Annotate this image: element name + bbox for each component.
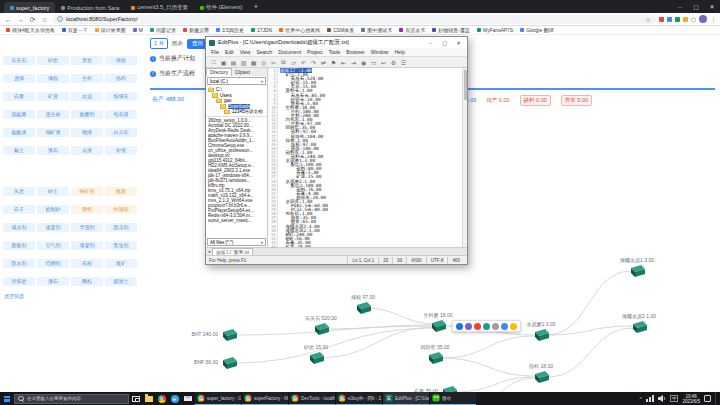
file-filter-select[interactable]: All files (*.*)	[207, 238, 266, 246]
bookmark-item[interactable]: 百济水卡	[399, 27, 425, 33]
quick-app-icon[interactable]	[501, 323, 508, 330]
print-icon[interactable]: ▦	[249, 58, 258, 67]
bookmark-item[interactable]: 新搬运费	[183, 27, 209, 33]
open-icon[interactable]: ▣	[219, 58, 228, 67]
flow-node[interactable]: 海螺水泥2 1.00	[630, 320, 648, 334]
bookmark-star-icon[interactable]	[645, 16, 650, 23]
menu-icon[interactable]: ☰	[399, 58, 408, 67]
quick-app-icon[interactable]	[510, 323, 517, 330]
file-explorer-icon[interactable]	[142, 392, 155, 405]
taskbar-window-button[interactable]: EditPlus - [C:\Use...	[382, 392, 429, 405]
flow-node[interactable]: 生料磨 18.00	[429, 319, 447, 333]
editor-scrollbar[interactable]	[462, 68, 467, 247]
taskbar-window-button[interactable]: superFactory - M...	[241, 392, 288, 405]
taskbar-window-button[interactable]: super_factory - Go...	[194, 392, 241, 405]
menu-item[interactable]: Search	[256, 49, 272, 55]
bookmark-item[interactable]: Google 翻译	[520, 27, 554, 33]
minimize-icon[interactable]	[672, 0, 688, 13]
taskbar-window-button[interactable]: DevTools - localh...	[288, 392, 335, 405]
editor-area[interactable]: 1234567891011121314151617181920212223242…	[268, 68, 467, 247]
extension-icon[interactable]	[667, 17, 672, 22]
maximize-icon[interactable]	[688, 0, 704, 13]
network-icon[interactable]	[646, 395, 654, 402]
menu-item[interactable]: Help	[394, 49, 404, 55]
close-icon[interactable]	[453, 38, 464, 47]
menu-item[interactable]: Document	[278, 49, 301, 55]
extension-icon[interactable]	[659, 17, 664, 22]
home-icon[interactable]: ⌂	[40, 13, 49, 26]
save-all-icon[interactable]: ▥	[239, 58, 248, 67]
taskbar-window-button[interactable]: 微信	[429, 392, 476, 405]
bookmark-item[interactable]: 设计效果图	[95, 27, 126, 33]
cut-icon[interactable]: ✂	[269, 58, 278, 67]
flow-node[interactable]: 熟料 18.00	[532, 370, 550, 384]
quick-app-icon[interactable]	[465, 323, 472, 330]
mail-icon[interactable]	[181, 392, 194, 405]
bookmark-item[interactable]: 世界中心仿真线	[279, 27, 320, 33]
document-tab[interactable]: 超级工厂配置.txt	[212, 248, 253, 255]
maximize-icon[interactable]	[439, 38, 450, 47]
taskbar-clock[interactable]: 10:46 2023/6/5	[682, 394, 700, 404]
editplus-title-bar[interactable]: EditPlus - [C:\Users\gao\Downloads\超级工厂配…	[206, 37, 467, 48]
flow-node[interactable]: 砂岩 15.00	[307, 351, 325, 365]
flow-node[interactable]: 回转窑 35.00	[426, 351, 444, 365]
code-text[interactable]: 超级工厂:1.00 矿山:1.00 石灰石:520.00 砂岩:15.00 页岩…	[278, 68, 462, 247]
bookmark-item[interactable]: 问题记录	[150, 27, 176, 33]
redo-icon[interactable]: ↷	[309, 58, 318, 67]
bookmark-item[interactable]: 图中测试卡	[361, 27, 392, 33]
browser-menu-icon[interactable]	[710, 16, 716, 23]
bookmark-item[interactable]: 百度一下	[62, 27, 88, 33]
sidebar-tab[interactable]: Cliptext	[232, 68, 253, 76]
taskbar-window-button[interactable]: e3toy的 - 阿b - 2...	[335, 392, 382, 405]
start-button[interactable]	[0, 392, 14, 405]
copy-icon[interactable]: ⧉	[279, 58, 288, 67]
close-icon[interactable]	[704, 0, 720, 13]
ime-indicator[interactable]: 中	[670, 395, 679, 402]
menu-item[interactable]: Window	[371, 49, 389, 55]
window-icon[interactable]: ▭	[369, 58, 378, 67]
task-view-icon[interactable]	[129, 392, 142, 405]
address-bar[interactable]: localhost:8080/SuperFactory/	[52, 15, 656, 24]
flow-node[interactable]: 海螺水泥1 3.00	[628, 264, 646, 278]
flow-node[interactable]: BNF 56.00	[220, 356, 238, 370]
minimize-icon[interactable]	[425, 38, 436, 47]
bookmark-item[interactable]: 好物销售-覆盖	[432, 27, 470, 33]
replace-icon[interactable]: ⇄	[319, 58, 328, 67]
save-icon[interactable]: ▤	[229, 58, 238, 67]
new-tab-button[interactable]	[248, 0, 263, 13]
back-icon[interactable]: ←	[4, 13, 13, 26]
menu-item[interactable]: Browser	[346, 49, 364, 55]
menu-item[interactable]: Tools	[329, 49, 341, 55]
menu-item[interactable]: Project	[307, 49, 323, 55]
menu-item[interactable]: Edit	[225, 49, 234, 55]
scrollbar-thumb[interactable]	[464, 70, 467, 100]
profile-avatar[interactable]	[699, 15, 707, 23]
bookmark-item[interactable]: 3.5因历史	[216, 27, 244, 33]
bookmark-icon[interactable]: ⚑	[329, 58, 338, 67]
undo-icon[interactable]: ↶	[299, 58, 308, 67]
file-item[interactable]: sunui_server_msetc...	[208, 218, 265, 223]
forward-icon[interactable]: →	[16, 13, 25, 26]
bookmark-item[interactable]: MyFansAPI'S	[477, 27, 513, 33]
quick-app-icon[interactable]	[456, 323, 463, 330]
bookmark-item[interactable]: M	[133, 27, 143, 33]
indent-icon[interactable]: ⇥	[349, 58, 358, 67]
browser-tab[interactable]: super_factory	[4, 2, 55, 13]
flow-node[interactable]: 水泥磨1 3.00	[532, 328, 550, 342]
site-info-icon[interactable]	[57, 16, 63, 22]
sidebar-tab[interactable]: Directory	[206, 68, 232, 76]
refresh-icon[interactable]: ⟳	[28, 13, 37, 26]
bookmark-item[interactable]: 模块4航天水坝仿真	[6, 27, 55, 33]
settings-icon[interactable]: ⚙	[389, 58, 398, 67]
browser-icon[interactable]: ◉	[359, 58, 368, 67]
menu-item[interactable]: File	[211, 49, 219, 55]
quick-app-icon[interactable]	[492, 323, 499, 330]
flow-node[interactable]: 石灰石 520.00	[312, 322, 330, 336]
extension-icon[interactable]	[675, 17, 680, 22]
browser-tab[interactable]: 绘件 (Element)	[194, 2, 248, 13]
paste-icon[interactable]: ▱	[289, 58, 298, 67]
taskbar-search-box[interactable]: 在这里输入你要搜索的内容	[14, 394, 129, 404]
menu-item[interactable]: View	[240, 49, 251, 55]
wrap-icon[interactable]: ↩	[379, 58, 388, 67]
chrome-icon[interactable]	[155, 392, 168, 405]
